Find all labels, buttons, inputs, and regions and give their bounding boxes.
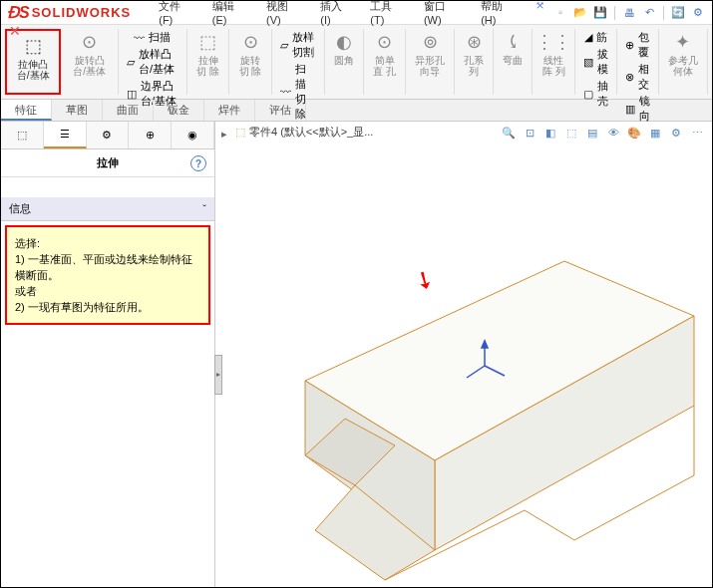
fillet-button[interactable]: ◐ 圆角 xyxy=(329,29,359,68)
svg-line-7 xyxy=(574,475,694,540)
sidebar-tab-display[interactable]: ◉ xyxy=(172,122,214,148)
shell-icon: ▢ xyxy=(583,88,593,101)
chevron-up-icon: ˇ xyxy=(202,203,206,215)
revolve-icon: ⊙ xyxy=(79,31,101,53)
close-button[interactable]: ✕ xyxy=(9,23,21,39)
more-icon[interactable]: ⋯ xyxy=(688,124,706,142)
rib-button[interactable]: ◢筋 xyxy=(580,29,611,46)
draft-button[interactable]: ▧拔模 xyxy=(579,46,612,78)
wrap-icon: ⊕ xyxy=(625,39,634,52)
hole-series-icon: ⊛ xyxy=(463,31,485,53)
edit-appearance-icon[interactable]: 🎨 xyxy=(625,124,643,142)
menu-insert[interactable]: 插入(I) xyxy=(312,0,360,28)
tab-evaluate[interactable]: 评估 xyxy=(255,100,306,121)
hole-wizard-button[interactable]: ⊚ 异形孔 向导 xyxy=(410,29,450,79)
collapse-handle[interactable]: ▸ xyxy=(214,355,222,395)
scene-icon[interactable]: ▦ xyxy=(646,124,664,142)
sidebar-tab-feature[interactable]: ⬚ xyxy=(1,122,44,148)
app-logo: ƉS SOLIDWORKS xyxy=(7,3,131,22)
model-3d xyxy=(235,181,704,588)
revolve-cut-button[interactable]: ⊙ 旋转切 除 xyxy=(233,29,266,79)
shell-button[interactable]: ▢抽壳 xyxy=(579,78,612,110)
part-icon: ⬚ xyxy=(235,126,245,139)
intersect-button[interactable]: ⊗相交 xyxy=(621,61,654,93)
print-icon[interactable]: 🖶 xyxy=(621,5,637,21)
sidebar-tab-dimxpert[interactable]: ⊕ xyxy=(129,122,172,148)
ref-geom-icon: ✦ xyxy=(672,31,694,53)
info-section-header[interactable]: 信息 ˇ xyxy=(1,197,214,221)
options-icon[interactable]: ⚙ xyxy=(690,5,706,21)
rib-icon: ◢ xyxy=(584,31,592,44)
tab-surfaces[interactable]: 曲面 xyxy=(103,100,154,121)
menu-search-icon[interactable]: ⤧ xyxy=(528,0,552,28)
simple-hole-icon: ⊙ xyxy=(374,31,396,53)
svg-line-6 xyxy=(525,510,574,540)
main-menu: 文件(F) 编辑(E) 视图(V) 插入(I) 工具(T) 窗口(W) 帮助(H… xyxy=(151,0,552,28)
graphics-viewport[interactable]: ▸ ▸ ⬚ 零件4 (默认<<默认>_显... 🔍 ⊡ ◧ ⬚ ▤ 👁 🎨 ▦ … xyxy=(215,122,712,587)
sweep-cut-icon: 〰 xyxy=(280,86,291,98)
info-or: 或者 xyxy=(15,283,200,299)
open-icon[interactable]: 📂 xyxy=(572,5,588,21)
config-icon: ⚙ xyxy=(102,129,112,142)
display-style-icon[interactable]: ▤ xyxy=(583,124,601,142)
loft-cut-button[interactable]: ▱放样切割 xyxy=(276,29,320,61)
menu-tools[interactable]: 工具(T) xyxy=(362,0,414,28)
menu-window[interactable]: 窗口(W) xyxy=(416,0,471,28)
menu-file[interactable]: 文件(F) xyxy=(151,0,202,28)
zoom-icon[interactable]: 🔍 xyxy=(500,124,518,142)
loft-button[interactable]: ▱放样凸台/基体 xyxy=(123,46,182,78)
bend-button[interactable]: ⤹ 弯曲 xyxy=(498,29,528,68)
extrude-icon: ⬚ xyxy=(22,35,44,57)
fillet-icon: ◐ xyxy=(333,31,355,53)
loft-cut-icon: ▱ xyxy=(280,39,288,52)
menu-help[interactable]: 帮助(H) xyxy=(473,0,526,28)
wrap-button[interactable]: ⊕包覆 xyxy=(621,29,654,61)
tab-sketch[interactable]: 草图 xyxy=(52,100,103,121)
panel-header: 拉伸 ? xyxy=(1,149,214,177)
tab-features[interactable]: 特征 xyxy=(1,100,52,121)
revolve-boss-button[interactable]: ⊙ 旋转凸 台/基体 xyxy=(65,29,113,79)
hide-show-icon[interactable]: 👁 xyxy=(604,124,622,142)
view-settings-icon[interactable]: ⚙ xyxy=(667,124,685,142)
ribbon-toolbar: ⬚ 拉伸凸 台/基体 ⊙ 旋转凸 台/基体 〰扫描 ▱放样凸台/基体 ◫边界凸台… xyxy=(1,25,712,100)
menu-view[interactable]: 视图(V) xyxy=(258,0,310,28)
new-icon[interactable]: ▫️ xyxy=(552,5,568,21)
draft-icon: ▧ xyxy=(583,56,593,69)
undo-icon[interactable]: ↶ xyxy=(641,5,657,21)
simple-hole-button[interactable]: ⊙ 简单直 孔 xyxy=(368,29,401,79)
view-orient-icon[interactable]: ⬚ xyxy=(562,124,580,142)
hole-series-button[interactable]: ⊛ 孔系列 xyxy=(459,29,489,79)
display-icon: ◉ xyxy=(187,129,197,142)
intersect-icon: ⊗ xyxy=(625,71,634,84)
cube-icon: ⬚ xyxy=(17,129,27,142)
section-icon[interactable]: ◧ xyxy=(541,124,559,142)
info-line-2: 2) 一现有草图为特征所用。 xyxy=(15,299,200,315)
rebuild-icon[interactable]: 🔄 xyxy=(670,5,686,21)
extrude-boss-button[interactable]: ⬚ 拉伸凸 台/基体 xyxy=(9,33,57,83)
dimxpert-icon: ⊕ xyxy=(146,129,155,142)
tab-sheet-metal[interactable]: 钣金 xyxy=(154,100,204,121)
mirror-icon: ▥ xyxy=(625,103,635,116)
hole-wizard-icon: ⊚ xyxy=(419,31,441,53)
tab-weldments[interactable]: 焊件 xyxy=(204,100,255,121)
zoom-fit-icon[interactable]: ⊡ xyxy=(521,124,538,142)
save-icon[interactable]: 💾 xyxy=(592,5,608,21)
help-icon[interactable]: ? xyxy=(190,155,206,171)
breadcrumb-arrow-icon[interactable]: ▸ xyxy=(221,128,231,138)
sweep-icon: 〰 xyxy=(134,32,145,44)
mirror-button[interactable]: ▥镜向 xyxy=(621,93,654,125)
logo-text: SOLIDWORKS xyxy=(32,5,132,20)
extrude-cut-button[interactable]: ⬚ 拉伸切 除 xyxy=(191,29,224,79)
menu-edit[interactable]: 编辑(E) xyxy=(204,0,256,28)
info-line-1: 1) 一基准面、平面或边线来绘制特征横断面。 xyxy=(15,251,200,283)
sidebar-tab-config[interactable]: ⚙ xyxy=(87,122,130,148)
property-icon: ☰ xyxy=(60,128,70,141)
breadcrumb-part[interactable]: 零件4 (默认<<默认>_显... xyxy=(249,125,373,140)
bend-icon: ⤹ xyxy=(502,31,524,53)
loft-icon: ▱ xyxy=(127,56,135,69)
sidebar-tab-property[interactable]: ☰ xyxy=(44,122,87,148)
linear-pattern-button[interactable]: ⋮⋮ 线性阵 列 xyxy=(536,29,569,79)
sweep-button[interactable]: 〰扫描 xyxy=(130,29,175,46)
extrude-cut-icon: ⬚ xyxy=(197,31,219,53)
ref-geom-button[interactable]: ✦ 参考几 何体 xyxy=(663,29,703,79)
